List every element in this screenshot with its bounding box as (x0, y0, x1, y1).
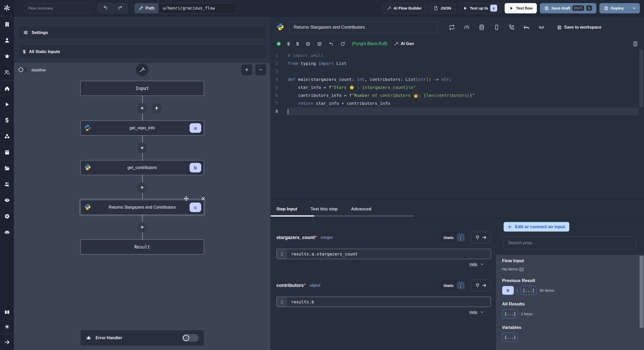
step-node-b[interactable]: get_contributors b (80, 160, 204, 175)
eye-icon[interactable] (0, 192, 14, 208)
previous-result-key-chip[interactable]: b (502, 286, 514, 295)
error-handler-node[interactable]: Error Handler (80, 330, 204, 346)
dollar-icon[interactable]: $ (287, 42, 290, 46)
json-button[interactable]: JSON (429, 3, 455, 13)
code-line[interactable]: # import wmill (287, 52, 644, 59)
book-icon[interactable] (0, 305, 14, 319)
code-line[interactable]: star_info = f"Stars ⭐ : {stargazers_coun… (287, 83, 644, 91)
user-icon[interactable] (0, 32, 14, 48)
collapsed-object-chip[interactable]: {...} (502, 309, 518, 318)
collapsed-array-chip[interactable]: [...] (520, 286, 537, 295)
code-line[interactable]: def main(stargazers_count: int, contribu… (287, 75, 644, 83)
code-line[interactable]: contributors_info = f"Number of contribu… (287, 91, 644, 99)
help-link[interactable]: Help (469, 310, 477, 314)
redo-button[interactable] (113, 3, 128, 13)
flow-summary-input[interactable] (25, 3, 91, 13)
ai-gen-button[interactable]: AI Gen (394, 41, 414, 46)
connect-input-button[interactable] (471, 280, 491, 291)
ai-flow-builder-button[interactable]: AI Flow Builder (382, 3, 426, 13)
save-draft-button[interactable]: Save draft Ctrl S (540, 3, 596, 13)
refresh-icon[interactable] (340, 41, 345, 46)
test-flow-button[interactable]: Test flow (505, 3, 537, 13)
voicemail-icon[interactable] (538, 24, 545, 30)
home-icon[interactable] (0, 80, 14, 96)
star-icon[interactable] (0, 48, 14, 64)
dollar-icon[interactable]: $ (296, 42, 299, 46)
deploy-dropdown-button[interactable] (628, 3, 640, 13)
step-node-a[interactable]: get_repo_info a (80, 121, 204, 135)
step-title-input[interactable] (289, 21, 437, 33)
undo-button[interactable] (98, 3, 113, 13)
path-chip[interactable]: Path u/henri/gracious_flow (134, 3, 236, 13)
static-mode-toggle[interactable]: Static f (440, 280, 467, 291)
path-value[interactable]: u/henri/gracious_flow (159, 3, 236, 13)
book-icon[interactable] (633, 41, 638, 46)
expr-value[interactable]: results.a.stargazers_count (287, 249, 491, 259)
all-static-inputs-button[interactable]: $ All Static Inputs (18, 44, 266, 59)
add-step-button[interactable]: + (137, 182, 147, 193)
tab-step-input[interactable]: Step Input (276, 207, 297, 211)
gear-icon[interactable] (0, 208, 14, 224)
connect-input-button[interactable] (471, 232, 491, 243)
expr-value[interactable]: results.b (287, 297, 491, 307)
function-mode-icon[interactable]: f (456, 281, 465, 290)
users-cog-icon[interactable] (0, 176, 14, 192)
windmill-logo-icon[interactable] (0, 0, 14, 16)
package-icon[interactable] (306, 41, 310, 46)
expr-input-contributors[interactable]: 1 results.b (276, 297, 491, 307)
error-handler-toggle[interactable] (182, 334, 199, 342)
add-step-button[interactable]: + (137, 222, 147, 232)
tab-test-this-step[interactable]: Test this step (311, 207, 338, 211)
deploy-button[interactable]: Deploy (599, 3, 628, 13)
code-line[interactable]: return star_info + contributors_info (287, 99, 644, 107)
database-icon[interactable] (479, 24, 485, 30)
result-node[interactable]: Result (80, 240, 204, 254)
rectangle-icon[interactable] (494, 24, 500, 30)
save-to-workspace-button[interactable]: Save to workspace (557, 25, 601, 30)
settings-button[interactable]: Settings (18, 25, 266, 40)
phone-incoming-icon[interactable] (509, 24, 515, 30)
users-icon[interactable] (0, 64, 14, 80)
tab-advanced[interactable]: Advanced (351, 207, 371, 211)
zoom-out-button[interactable]: − (255, 64, 266, 75)
edit-or-connect-button[interactable]: Edit or connect an input (504, 222, 569, 232)
gauge-icon[interactable] (464, 24, 470, 30)
dollar-icon[interactable]: $ (0, 112, 14, 128)
undo-icon[interactable] (329, 41, 334, 46)
code-editor[interactable]: 12345678 # import wmillfrom typing impor… (271, 49, 644, 199)
package-icon[interactable] (317, 41, 322, 46)
repeat-icon[interactable] (449, 24, 455, 30)
static-mode-toggle[interactable]: Static f (440, 232, 467, 243)
lint-status[interactable]: (Pyright Black Ruff) (352, 41, 387, 46)
expr-input-stargazers[interactable]: 1 results.a.stargazers_count (276, 249, 491, 259)
code-line[interactable] (287, 107, 638, 115)
close-icon[interactable] (201, 196, 206, 202)
editor-scrollbar[interactable] (639, 49, 643, 107)
boxes-icon[interactable] (0, 128, 14, 144)
arrow-right-icon[interactable] (0, 334, 14, 350)
code-line[interactable] (287, 67, 644, 75)
robot-icon[interactable] (0, 224, 14, 240)
test-up-to-button[interactable]: Test up to c (459, 3, 502, 13)
play-icon[interactable] (0, 96, 14, 112)
step-node-c-selected[interactable]: Returns Stargazers and Contributors c (80, 200, 204, 215)
folder-open-icon[interactable] (0, 160, 14, 176)
calendar-icon[interactable] (0, 144, 14, 160)
zoom-in-button[interactable]: + (241, 64, 252, 75)
function-mode-icon[interactable]: f (456, 233, 465, 242)
sun-theme-icon[interactable] (0, 319, 14, 334)
bed-icon[interactable] (523, 24, 530, 30)
props-scrollbar[interactable] (640, 256, 643, 328)
add-step-button[interactable]: + (137, 103, 147, 113)
input-node[interactable]: Input (80, 81, 204, 96)
trigger-bolt-button[interactable] (151, 103, 162, 113)
move-icon[interactable] (184, 196, 189, 202)
dataflow-toggle[interactable] (18, 67, 28, 73)
help-link[interactable]: Help (469, 262, 477, 266)
add-step-button[interactable]: + (137, 143, 147, 153)
collapsed-object-chip[interactable]: {...} (502, 333, 518, 342)
search-prop-input[interactable] (504, 236, 636, 249)
ai-wand-button[interactable] (136, 63, 149, 76)
code-line[interactable]: from typing import List (287, 59, 644, 67)
building-icon[interactable] (0, 16, 14, 32)
